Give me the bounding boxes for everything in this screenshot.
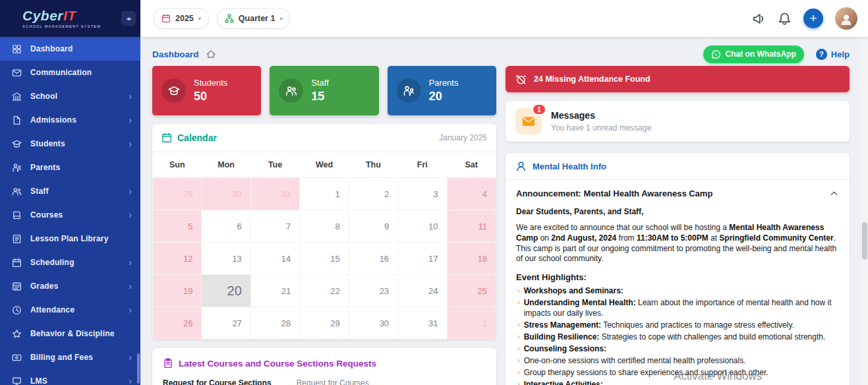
sidebar-item-students[interactable]: Students› xyxy=(0,132,140,156)
calendar-day-today[interactable]: 20 xyxy=(202,275,250,307)
chevron-right-icon: › xyxy=(129,281,132,291)
sidebar-item-lesson-plan-library[interactable]: Lesson Plan Library xyxy=(0,227,140,251)
highlight-item: ›Understanding Mental Health: Learn abou… xyxy=(516,298,839,318)
sidebar-item-attendance[interactable]: Attendance› xyxy=(0,298,140,322)
sidebar-item-parents[interactable]: Parents xyxy=(0,156,140,179)
calendar-day[interactable]: 14 xyxy=(250,243,299,275)
sidebar-item-grades[interactable]: Grades› xyxy=(0,274,140,298)
calendar-day[interactable]: 29 xyxy=(153,178,202,210)
messages-text: Messages You have 1 unread message xyxy=(551,110,651,133)
stat-text: Staff15 xyxy=(311,78,329,104)
topbar-actions: + xyxy=(752,7,868,30)
calendar-day[interactable]: 26 xyxy=(153,307,202,340)
sidebar-item-billing-and-fees[interactable]: Billing and Fees› xyxy=(0,345,140,369)
scrollbar-thumb[interactable] xyxy=(862,222,867,260)
calendar-day[interactable]: 3 xyxy=(398,178,447,210)
calendar-day[interactable]: 21 xyxy=(250,275,299,307)
term-select[interactable]: Quarter 1 ▾ xyxy=(217,8,291,29)
calendar-day[interactable]: 30 xyxy=(202,178,250,210)
calendar-day[interactable]: 31 xyxy=(398,307,447,340)
sidebar-item-dashboard[interactable]: Dashboard xyxy=(0,37,140,61)
highlight-text: Building Resilience: Strategies to cope … xyxy=(524,332,826,342)
tab-request-for-course-sections[interactable]: Request for Course Sections xyxy=(163,378,272,385)
sidebar-item-communication[interactable]: Communication xyxy=(0,61,140,84)
sidebar-item-courses[interactable]: Courses› xyxy=(0,203,140,227)
whatsapp-label: Chat on WhatsApp xyxy=(726,49,796,59)
sidebar-item-admissions[interactable]: Admissions› xyxy=(0,108,140,132)
sidebar-item-lms[interactable]: LMS› xyxy=(0,369,140,385)
calendar-day[interactable]: 8 xyxy=(300,210,349,243)
calendar-day[interactable]: 9 xyxy=(349,210,397,243)
calendar-day[interactable]: 2 xyxy=(349,178,397,210)
missing-attendance-alert[interactable]: 24 Missing Attendance Found xyxy=(506,66,850,92)
year-select[interactable]: 2025 ▾ xyxy=(154,8,209,29)
calendar-day[interactable]: 7 xyxy=(250,210,299,243)
calendar-month-label: January 2025 xyxy=(439,133,487,142)
calendar-day[interactable]: 27 xyxy=(202,307,250,340)
calendar-day[interactable]: 4 xyxy=(447,178,496,210)
brand-text: CyberIT xyxy=(22,9,101,22)
stat-card-staff[interactable]: Staff15 xyxy=(270,66,378,115)
students-icon xyxy=(161,78,186,103)
calendar-day[interactable]: 11 xyxy=(447,210,496,243)
sidebar-item-label: Admissions xyxy=(30,115,129,125)
calendar-day[interactable]: 1 xyxy=(300,178,349,210)
calendar-day[interactable]: 12 xyxy=(153,243,202,275)
notifications-button[interactable] xyxy=(778,12,792,26)
whatsapp-button[interactable]: Chat on WhatsApp xyxy=(703,45,804,63)
mental-health-icon xyxy=(515,161,527,172)
messages-card[interactable]: 1 Messages You have 1 unread message xyxy=(506,101,850,142)
calendar-day[interactable]: 23 xyxy=(349,275,397,307)
calendar-day[interactable]: 16 xyxy=(349,243,397,275)
sidebar-item-scheduling[interactable]: Scheduling› xyxy=(0,251,140,274)
calendar-day[interactable]: 10 xyxy=(398,210,447,243)
help-button[interactable]: ? Help xyxy=(816,49,850,60)
highlight-item: ›One-on-one sessions with certified ment… xyxy=(516,356,839,366)
calendar-day[interactable]: 1 xyxy=(447,307,496,340)
highlight-text: Counseling Sessions: xyxy=(524,344,606,354)
sidebar-item-behavior-discipline[interactable]: Behavior & Discipline xyxy=(0,322,140,345)
tab-request-for-courses[interactable]: Request for Courses xyxy=(297,378,369,385)
mental-health-header: Mental Health Info xyxy=(506,153,850,180)
calendar-day[interactable]: 17 xyxy=(398,243,447,275)
calendar-day[interactable]: 13 xyxy=(202,243,250,275)
stat-card-parents[interactable]: Parents20 xyxy=(388,66,496,115)
stat-card-students[interactable]: Students50 xyxy=(152,66,261,115)
sidebar-item-label: Parents xyxy=(30,163,132,172)
chevron-up-icon[interactable] xyxy=(829,189,839,198)
logo[interactable]: CyberIT SCHOOL MANAGEMENT SYSTEM ◂▸ xyxy=(0,0,140,37)
sidebar-scrollbar-thumb[interactable] xyxy=(137,353,140,384)
breadcrumb[interactable]: Dashboard xyxy=(152,49,199,59)
main-content: Dashboard Chat on WhatsApp ? Help Studen… xyxy=(140,37,861,385)
calendar-day[interactable]: 24 xyxy=(398,275,447,307)
calendar-day[interactable]: 30 xyxy=(349,307,397,340)
announcements-button[interactable] xyxy=(752,12,766,26)
calendar-day[interactable]: 19 xyxy=(153,275,202,307)
highlight-text: Interactive Activities: xyxy=(524,380,603,385)
calendar-day[interactable]: 22 xyxy=(300,275,349,307)
sidebar-collapse-button[interactable]: ◂▸ xyxy=(121,11,136,26)
avatar[interactable] xyxy=(835,7,857,30)
calendar-day[interactable]: 31 xyxy=(250,178,299,210)
calendar-day[interactable]: 15 xyxy=(300,243,349,275)
calendar-day[interactable]: 6 xyxy=(202,210,250,243)
calendar-day[interactable]: 28 xyxy=(250,307,299,340)
calendar-day[interactable]: 29 xyxy=(300,307,349,340)
add-button[interactable]: + xyxy=(803,9,823,28)
calendar-day[interactable]: 5 xyxy=(153,210,202,243)
highlight-item: ›Interactive Activities: xyxy=(516,380,839,385)
calendar-day[interactable]: 18 xyxy=(447,243,496,275)
calendar-day[interactable]: 25 xyxy=(447,275,496,307)
unread-badge: 1 xyxy=(532,104,546,115)
chevron-right-icon: › xyxy=(129,376,132,385)
brand-part-2: IT xyxy=(63,8,76,23)
stat-label: Students xyxy=(194,78,227,88)
sidebar-item-label: LMS xyxy=(30,376,129,385)
bullet-icon: › xyxy=(517,332,520,342)
mail-icon xyxy=(12,68,22,78)
sidebar-item-staff[interactable]: Staff› xyxy=(0,179,140,203)
plus-icon: + xyxy=(809,11,817,26)
home-icon[interactable] xyxy=(206,49,216,59)
sidebar-item-school[interactable]: School› xyxy=(0,84,140,108)
page-scrollbar[interactable] xyxy=(861,37,868,385)
